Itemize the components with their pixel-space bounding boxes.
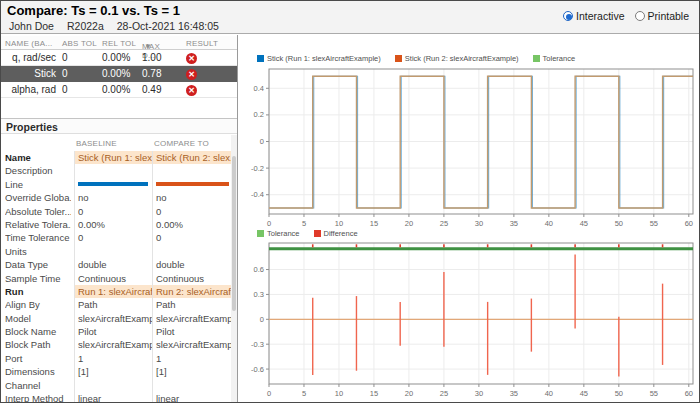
- property-row[interactable]: NameStick (Run 1: slex...Stick (Run 2: s…: [1, 151, 231, 164]
- property-row[interactable]: Relative Tolera...0.00%0.00%: [1, 218, 231, 231]
- svg-text:50: 50: [615, 219, 623, 228]
- svg-text:15: 15: [370, 219, 378, 228]
- abs-tol-value: 0: [62, 68, 68, 79]
- signal-chart-legend: Stick (Run 1: slexAircraftExample)Stick …: [257, 54, 575, 63]
- compare-value: slexAircraftExample: [152, 312, 231, 325]
- compare-value: slexAircraftExamp...: [152, 338, 231, 351]
- svg-text:0: 0: [267, 389, 271, 398]
- legend-swatch-icon: [314, 230, 321, 237]
- svg-text:40: 40: [545, 219, 553, 228]
- result-fail-icon: ✕: [186, 84, 197, 96]
- property-row[interactable]: RunRun 1: slexAircraft...Run 2: slexAirc…: [1, 285, 231, 298]
- properties-columns: BASELINE COMPARE TO: [1, 135, 231, 150]
- property-row[interactable]: Data Typedoubledouble: [1, 258, 231, 271]
- legend-item: Difference: [314, 229, 358, 238]
- signal-comparison-chart[interactable]: 0510152025303540455055600.40.20-0.2-0.4: [247, 65, 697, 231]
- baseline-value: Continuous: [74, 272, 152, 285]
- property-row[interactable]: Line: [1, 178, 231, 191]
- property-row[interactable]: Interp Methodlinearlinear: [1, 392, 231, 403]
- property-row[interactable]: Channel: [1, 379, 231, 392]
- property-row[interactable]: Time Tolerance00: [1, 231, 231, 244]
- col-rel-tol[interactable]: REL TOL: [102, 39, 136, 48]
- svg-text:10: 10: [335, 219, 343, 228]
- signal-row[interactable]: alpha, rad00.00%0.49✕: [1, 82, 237, 98]
- baseline-value: 0: [74, 231, 152, 244]
- svg-text:25: 25: [440, 219, 448, 228]
- property-row[interactable]: Sample TimeContinuousContinuous: [1, 272, 231, 285]
- compare-value: 0.00%: [152, 218, 231, 231]
- svg-text:55: 55: [650, 219, 658, 228]
- abs-tol-value: 0: [62, 52, 68, 63]
- compare-value: no: [152, 191, 231, 204]
- release-version: R2022a: [67, 20, 104, 32]
- difference-chart[interactable]: 0510152025303540455055600.60.30-0.3-0.6: [247, 239, 697, 401]
- svg-text:-0.3: -0.3: [251, 340, 264, 349]
- legend-swatch-icon: [395, 55, 402, 62]
- baseline-value: [74, 245, 152, 258]
- compare-value: double: [152, 258, 231, 271]
- property-row[interactable]: Description: [1, 164, 231, 177]
- interactive-radio[interactable]: Interactive: [563, 10, 624, 22]
- baseline-value: no: [74, 191, 152, 204]
- property-label: Description: [5, 165, 71, 176]
- baseline-value: Stick (Run 1: slex...: [74, 151, 152, 164]
- compare-value: [152, 245, 231, 258]
- scrollbar-thumb[interactable]: [232, 156, 236, 311]
- rel-tol-value: 0.00%: [102, 52, 130, 63]
- legend-item: Tolerance: [257, 229, 300, 238]
- printable-radio[interactable]: Printable: [635, 10, 689, 22]
- signal-row[interactable]: Stick00.00%0.78✕: [1, 66, 237, 82]
- property-row[interactable]: ModelslexAircraftExampleslexAircraftExam…: [1, 312, 231, 325]
- svg-text:40: 40: [545, 389, 553, 398]
- col-result[interactable]: RESULT: [186, 39, 218, 48]
- property-label: Port: [5, 353, 71, 364]
- property-label: Units: [5, 246, 71, 257]
- properties-scrollbar[interactable]: [231, 135, 237, 402]
- svg-text:0.6: 0.6: [254, 265, 264, 274]
- property-row[interactable]: Block NamePilotPilot: [1, 325, 231, 338]
- compare-report-window: Compare: Ts = 0.1 vs. Ts = 1 John Doe R2…: [0, 0, 700, 403]
- property-row[interactable]: Port11: [1, 352, 231, 365]
- compare-value: Run 2: slexAircraft...: [152, 285, 231, 298]
- view-mode-group: Interactive Printable: [563, 10, 689, 22]
- svg-text:30: 30: [475, 389, 483, 398]
- property-row[interactable]: Align ByPathPath: [1, 298, 231, 311]
- legend-item: Tolerance: [533, 54, 576, 63]
- col-abs-tol[interactable]: ABS TOL: [62, 39, 97, 48]
- baseline-value: Pilot: [74, 325, 152, 338]
- property-label: Interp Method: [5, 393, 71, 403]
- compare-value: 0: [152, 231, 231, 244]
- baseline-value: 0.00%: [74, 218, 152, 231]
- result-fail-icon: ✕: [186, 68, 197, 80]
- page-title: Compare: Ts = 0.1 vs. Ts = 1: [7, 3, 180, 18]
- property-label: Dimensions: [5, 366, 71, 377]
- baseline-value: Path: [74, 298, 152, 311]
- signal-name: q, rad/sec: [1, 52, 56, 63]
- svg-text:0.3: 0.3: [254, 290, 264, 299]
- svg-text:60: 60: [685, 219, 693, 228]
- property-label: Line: [5, 179, 71, 190]
- compare-value: Path: [152, 298, 231, 311]
- property-row[interactable]: Dimensions[1][1]: [1, 365, 231, 378]
- property-row[interactable]: Block PathslexAircraftExamp...slexAircra…: [1, 338, 231, 351]
- radio-unselected-icon: [635, 11, 645, 21]
- properties-section-header[interactable]: Properties: [1, 118, 237, 134]
- svg-text:55: 55: [650, 389, 658, 398]
- property-label: Absolute Toler...: [5, 206, 71, 217]
- property-label: Model: [5, 313, 71, 324]
- svg-text:15: 15: [370, 389, 378, 398]
- svg-text:10: 10: [335, 389, 343, 398]
- property-label: Block Path: [5, 339, 71, 350]
- signal-row[interactable]: q, rad/sec00.00%1.00✕: [1, 50, 237, 66]
- baseline-value: double: [74, 258, 152, 271]
- radio-selected-icon: [563, 11, 573, 21]
- property-row[interactable]: Units: [1, 245, 231, 258]
- svg-text:25: 25: [440, 389, 448, 398]
- property-label: Channel: [5, 380, 71, 391]
- property-row[interactable]: Override Globa...nono: [1, 191, 231, 204]
- property-row[interactable]: Absolute Toler...00: [1, 205, 231, 218]
- signal-name: Stick: [1, 68, 56, 79]
- compare-value: 1: [152, 352, 231, 365]
- legend-swatch-icon: [257, 55, 264, 62]
- col-name[interactable]: NAME (BA...: [5, 39, 53, 48]
